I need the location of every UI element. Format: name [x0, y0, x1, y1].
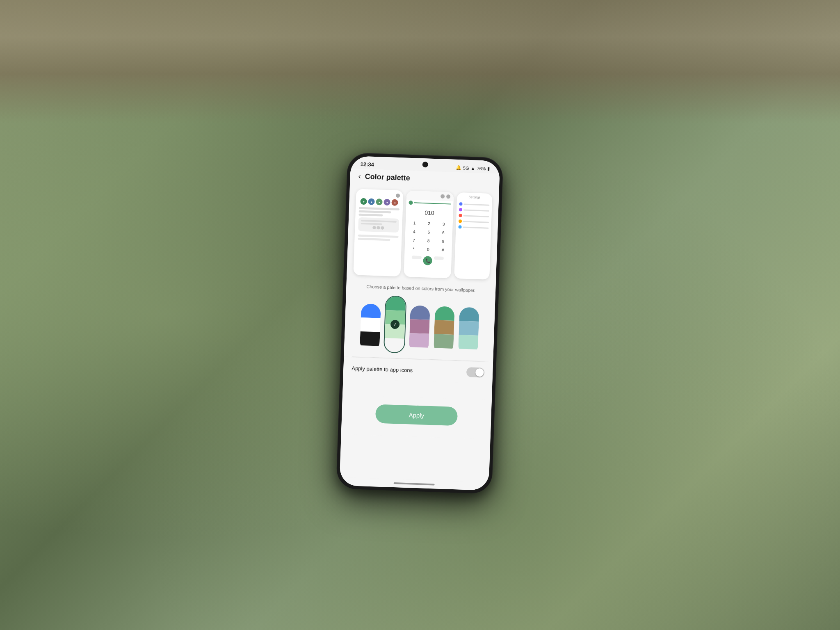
- dialer-key-0[interactable]: 0: [421, 245, 436, 254]
- settings-item-5: [457, 224, 490, 231]
- dialer-key-5[interactable]: 5: [421, 228, 436, 237]
- status-time: 12:34: [360, 161, 374, 168]
- wood-texture: [0, 0, 840, 123]
- palette-swatch-4[interactable]: [433, 306, 456, 356]
- widget-controls: [361, 226, 396, 230]
- gear-dot: [396, 194, 400, 198]
- settings-dot-5: [458, 225, 461, 228]
- swatch-4-color-2: [434, 320, 454, 335]
- dialer-tab-line: [414, 202, 451, 204]
- screen-content: ‹ Color palette ● ●: [340, 169, 500, 482]
- preview-card-notifications: ● ● ● ● ●: [353, 189, 403, 276]
- page-title: Color palette: [365, 172, 410, 183]
- notification-bars: [358, 207, 399, 217]
- dialer-header-icon-2: [446, 194, 450, 199]
- toggle-label: Apply palette to app icons: [352, 365, 413, 373]
- dialer-keypad: 1 2 3 4 5 6 7 8 9 * 0 #: [404, 218, 453, 256]
- camera-notch: [422, 162, 428, 167]
- palette-options: ✓: [352, 294, 487, 356]
- ctrl-dot-1: [373, 226, 376, 229]
- dialer-left-action: [412, 256, 422, 259]
- dialer-key-3[interactable]: 3: [436, 219, 451, 228]
- swatch-1-color-1: [361, 304, 381, 318]
- apply-section: Apply: [341, 395, 492, 440]
- dialer-key-7[interactable]: 7: [406, 236, 421, 245]
- settings-line-4: [463, 221, 489, 223]
- palette-section: Choose a palette based on colors from yo…: [344, 278, 495, 362]
- toggle-knob: [475, 368, 484, 377]
- app-icon-5: ●: [392, 199, 399, 206]
- swatch-5-color-3: [458, 335, 478, 350]
- call-button[interactable]: 📞: [423, 256, 433, 265]
- phone-frame: 12:34 🔔 5G ▲ 76% ▮ ‹ Color palette: [336, 153, 503, 494]
- volume-icon: 🔔: [456, 165, 461, 170]
- swatch-3-color-2: [409, 320, 429, 334]
- app-icon-4: ●: [384, 199, 391, 206]
- ctrl-dot-2: [377, 226, 380, 229]
- signal-label: 5G: [463, 165, 469, 171]
- widget-bar-1: [361, 220, 397, 223]
- swatch-1-color-3: [360, 331, 380, 346]
- dialer-key-hash[interactable]: #: [435, 245, 450, 254]
- ctrl-dot-3: [381, 226, 384, 230]
- dialer-tab-indicator: [409, 201, 413, 205]
- swatch-3-color-3: [409, 333, 429, 348]
- widget-card: [358, 217, 399, 233]
- swatch-5-color-2: [459, 321, 479, 336]
- swatch-4-color-1: [435, 306, 455, 321]
- dialer-key-9[interactable]: 9: [436, 237, 450, 246]
- dialer-header-icon-1: [441, 194, 445, 199]
- palette-swatch-3[interactable]: [408, 304, 431, 354]
- settings-preview-title: Settings: [459, 195, 491, 200]
- preview-area: ● ● ● ● ●: [347, 185, 499, 283]
- battery-icon: ▮: [487, 166, 490, 171]
- bar-short: [358, 214, 383, 217]
- preview-card-dialer: 010 1 2 3 4 5 6 7 8 9 * 0: [404, 191, 454, 278]
- apply-button[interactable]: Apply: [375, 404, 458, 426]
- app-icons-row: ● ● ● ● ●: [359, 198, 399, 206]
- dialer-display: 010: [406, 206, 453, 219]
- settings-dot-3: [459, 214, 462, 217]
- settings-line-1: [463, 203, 489, 205]
- dialer-key-2[interactable]: 2: [422, 219, 436, 228]
- app-icons-toggle[interactable]: [466, 367, 485, 378]
- dialer-key-6[interactable]: 6: [436, 228, 451, 237]
- signal-bars-icon: ▲: [470, 166, 475, 171]
- dialer-call-area: 📞: [404, 254, 452, 268]
- settings-dot-4: [459, 219, 462, 223]
- widget-bar-2: [361, 223, 382, 225]
- palette-swatch-1[interactable]: [359, 303, 382, 353]
- dialer-key-1[interactable]: 1: [407, 219, 422, 228]
- settings-line-2: [463, 209, 489, 211]
- settings-line-5: [463, 226, 488, 228]
- bar-medium: [359, 210, 391, 214]
- swatch-4-color-3: [434, 334, 454, 349]
- swatch-1-color-2: [361, 317, 381, 332]
- dialer-key-4[interactable]: 4: [407, 227, 422, 236]
- app-icon-2: ●: [368, 198, 375, 205]
- dialer-right-action: [434, 256, 444, 260]
- preview-card-settings: Settings: [454, 192, 492, 280]
- palette-swatch-5[interactable]: [457, 306, 480, 356]
- settings-line-3: [463, 215, 489, 217]
- swatch-5-color-1: [459, 307, 479, 322]
- battery-label: 76%: [477, 166, 486, 171]
- dialer-key-star[interactable]: *: [406, 244, 421, 253]
- back-button[interactable]: ‹: [358, 172, 361, 181]
- bar-full: [359, 207, 399, 210]
- home-bar: [394, 482, 435, 485]
- swatch-3-color-1: [410, 306, 430, 320]
- dialer-key-8[interactable]: 8: [421, 236, 436, 245]
- status-right: 🔔 5G ▲ 76% ▮: [456, 165, 490, 171]
- settings-dot-2: [459, 208, 462, 211]
- phone-screen: 12:34 🔔 5G ▲ 76% ▮ ‹ Color palette: [339, 156, 500, 491]
- app-icon-3: ●: [376, 199, 383, 205]
- palette-subtitle: Choose a palette based on colors from yo…: [354, 283, 487, 294]
- settings-dot-1: [459, 202, 462, 205]
- bottom-bar-2: [358, 238, 390, 241]
- apply-button-label: Apply: [409, 411, 424, 419]
- swatch-2-color-1: [386, 296, 406, 311]
- bottom-bar-1: [358, 235, 399, 238]
- palette-swatch-2[interactable]: ✓: [383, 295, 407, 354]
- app-icon-1: ●: [361, 198, 368, 205]
